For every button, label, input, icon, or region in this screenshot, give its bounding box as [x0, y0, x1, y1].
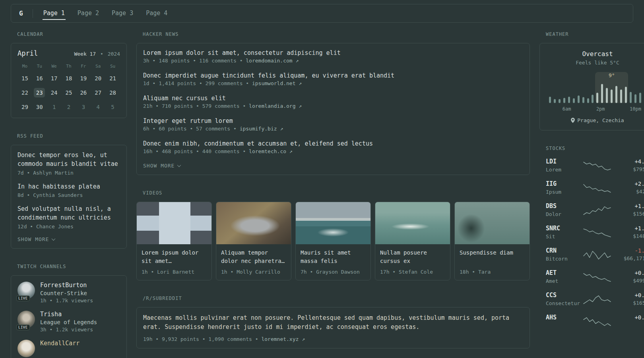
video-thumbnail[interactable] [375, 202, 450, 244]
calendar-day: 3 [78, 102, 89, 112]
rss-card: Donec tempor eros leo, ut commodo mauris… [11, 145, 127, 249]
tab-page-4[interactable]: Page 4 [145, 8, 168, 20]
hn-item-title[interactable]: Aliquam nec cursus elit [143, 95, 523, 102]
calendar-day: 18 [63, 74, 74, 83]
hn-show-more-button[interactable]: SHOW MORE [143, 163, 523, 169]
hn-item: Integer eget rutrum lorem 6h • 60 points… [143, 117, 523, 132]
channel-name[interactable]: Trisha [40, 311, 97, 318]
stocks-widget: STOCKS LDI Lorem +4.35% $795.18 IIG [539, 146, 644, 328]
stock-name [546, 323, 582, 328]
stock-price: $795.18 [617, 166, 644, 172]
section-title-subreddit: /R/SUBREDDIT [143, 296, 530, 301]
calendar-day: 15 [19, 74, 30, 83]
calendar-day-header: We [47, 64, 62, 69]
hn-item-meta: 6h • 60 points • 57 comments • ipsumify.… [143, 126, 523, 132]
show-more-label: SHOW MORE [143, 163, 175, 169]
tab-page-1[interactable]: Page 1 [43, 8, 66, 20]
hn-item-title[interactable]: Donec imperdiet augue tincidunt felis al… [143, 72, 523, 79]
rss-item-title[interactable]: In hac habitasse platea [17, 183, 120, 191]
video-thumbnail[interactable] [296, 202, 370, 244]
stock-name: Amet [546, 278, 582, 284]
stock-sparkline [582, 316, 612, 326]
video-thumbnail[interactable] [216, 202, 291, 244]
video-card[interactable]: Lorem ipsum dolor sit amet consectetu… 1… [136, 202, 212, 280]
calendar-day: 26 [78, 88, 89, 97]
video-card[interactable]: Mauris sit amet massa felis 7h • Grayson… [295, 202, 371, 280]
video-carousel[interactable]: Lorem ipsum dolor sit amet consectetu… 1… [136, 202, 530, 280]
channel-avatar: LIVE [17, 311, 35, 328]
stock-name: Dolor [546, 211, 582, 217]
weather-bar [568, 97, 570, 103]
rss-item-title[interactable]: Donec tempor eros leo, ut commodo mauris… [17, 151, 120, 169]
rss-item-meta: 8d • Cynthia Saunders [17, 192, 120, 198]
weather-bar [549, 97, 551, 103]
middle-column: HACKER NEWS Lorem ipsum dolor sit amet, … [136, 31, 530, 358]
channel-name[interactable]: KendallCarr [40, 340, 80, 347]
video-title[interactable]: Suspendisse diam [455, 244, 530, 265]
section-title-twitch: TWITCH CHANNELS [17, 264, 127, 269]
section-title-weather: WEATHER [546, 31, 644, 37]
stock-price [617, 322, 644, 327]
twitch-channel-row[interactable]: KendallCarr [17, 340, 120, 357]
video-card[interactable]: Suspendisse diam 18h • Tara [454, 202, 530, 280]
hn-item-meta: 1d • 1,414 points • 299 comments • ipsum… [143, 80, 523, 86]
video-title[interactable]: Lorem ipsum dolor sit amet consectetu… [137, 244, 211, 265]
hn-domain-link[interactable]: loremlandia.org [249, 103, 295, 109]
rss-item-title[interactable]: Sed volutpat nulla nisl, a condimentum n… [17, 205, 120, 222]
stock-ticker: CRN [546, 247, 582, 254]
calendar-day: 5 [107, 102, 118, 112]
weather-bar [620, 90, 622, 103]
video-title[interactable]: Aliquam tempor dolor nec pharetra… [216, 244, 291, 265]
stock-row[interactable]: CCS Consectetur +0.51% $165.84 [546, 292, 644, 306]
live-badge: LIVE [16, 325, 30, 330]
video-title[interactable]: Nullam posuere cursus ex [375, 244, 450, 265]
hn-item-title[interactable]: Integer eget rutrum lorem [143, 117, 523, 125]
hn-domain-link[interactable]: loremdomain.com [246, 58, 292, 64]
hn-meta-text: 16h • 468 points • 440 comments • [143, 148, 246, 154]
stock-price: $499.72 [617, 278, 644, 284]
video-thumbnail[interactable] [455, 202, 530, 244]
rss-widget: RSS FEED Donec tempor eros leo, ut commo… [11, 133, 127, 249]
twitch-channel-row[interactable]: LIVE Trisha League of Legends 3h • 1.2k … [17, 311, 120, 333]
stock-row[interactable]: IIG Ipsum +2.84% $42.04 [546, 180, 644, 195]
channel-name[interactable]: ForrestBurton [40, 282, 93, 289]
tab-page-3[interactable]: Page 3 [111, 8, 134, 20]
weather-location: Prague, Czechia [546, 117, 644, 123]
stock-row[interactable]: LDI Lorem +4.35% $795.18 [546, 158, 644, 173]
left-column: CALENDAR April Week 17 • 2024 Mo Tu We T… [11, 31, 127, 358]
stock-row[interactable]: DBS Dolor +1.42% $156.28 [546, 202, 644, 217]
video-card[interactable]: Nullam posuere cursus ex 17h • Stefan Co… [375, 202, 450, 280]
hn-domain-link[interactable]: ipsumify.biz [240, 126, 277, 132]
stock-row[interactable]: SNRC Sit +1.36% $148.64 [546, 225, 644, 239]
stock-ticker: AHS [546, 314, 582, 321]
video-title[interactable]: Mauris sit amet massa felis [296, 244, 370, 265]
section-title-videos: VIDEOS [143, 190, 530, 196]
video-card[interactable]: Aliquam tempor dolor nec pharetra… 1h • … [216, 202, 291, 280]
hn-domain-link[interactable]: ipsumworld.net [252, 80, 296, 86]
hn-item-meta: 3h • 148 points • 116 comments • loremdo… [143, 58, 523, 64]
stock-row[interactable]: CRN Bitcorn -1.00% $66,171.48 [546, 247, 644, 262]
hn-item-title[interactable]: Donec enim nibh, condimentum et accumsan… [143, 140, 523, 147]
hacker-news-card: Lorem ipsum dolor sit amet, consectetur … [136, 43, 530, 175]
stock-sparkline [582, 205, 612, 215]
stock-sparkline [582, 183, 612, 193]
subreddit-domain-link[interactable]: loremnet.xyz [261, 336, 299, 342]
stock-row[interactable]: AET Amet +0.92% $499.72 [546, 269, 644, 284]
rss-show-more-button[interactable]: SHOW MORE [17, 236, 120, 242]
stock-price: $165.84 [617, 300, 644, 306]
external-link-icon: ↗ [302, 336, 305, 342]
stock-row[interactable]: AHS +0.46% [546, 314, 644, 328]
tab-page-2[interactable]: Page 2 [77, 8, 100, 20]
app-logo[interactable]: G [19, 10, 23, 17]
hn-domain-link[interactable]: loremtech.co [249, 148, 286, 154]
stock-sparkline [582, 227, 612, 237]
rss-item: In hac habitasse platea 8d • Cynthia Sau… [17, 183, 120, 198]
weather-bar [578, 95, 580, 103]
video-meta: 1h • Molly Carrillo [216, 265, 291, 280]
video-thumbnail[interactable] [137, 202, 211, 244]
calendar-day: 24 [48, 88, 60, 97]
hn-item-title[interactable]: Lorem ipsum dolor sit amet, consectetur … [143, 49, 523, 56]
twitch-channel-row[interactable]: LIVE ForrestBurton Counter-Strike 1h • 1… [17, 282, 120, 304]
subreddit-post-text[interactable]: Maecenas mollis pulvinar erat non posuer… [143, 313, 523, 332]
calendar-day: 28 [107, 88, 118, 97]
